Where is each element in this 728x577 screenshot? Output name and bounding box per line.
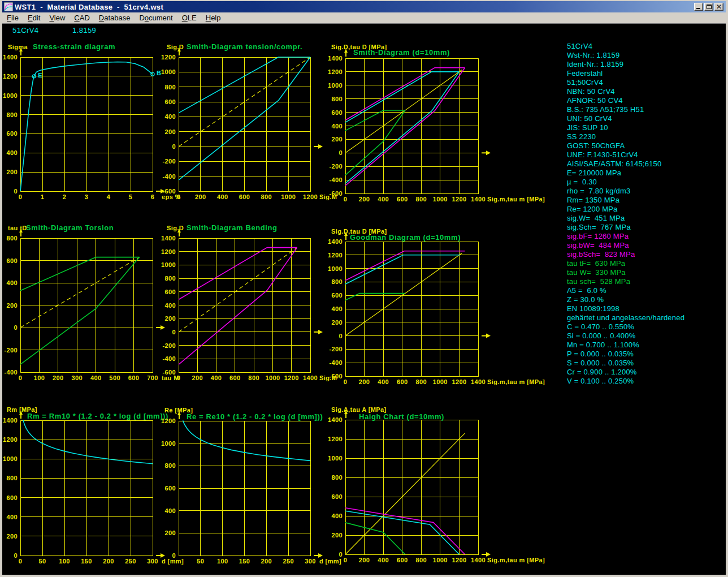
info-line: A5 = 6.0 % — [567, 286, 684, 295]
svg-text:0: 0 — [339, 551, 343, 558]
svg-text:B: B — [157, 70, 161, 76]
svg-text:400: 400 — [164, 507, 176, 514]
svg-text:600: 600 — [331, 493, 343, 500]
info-panel: 51CrV4Wst-Nr.: 1.8159Ident-Nr.: 1.8159Fe… — [567, 42, 684, 386]
svg-text:800: 800 — [248, 374, 259, 381]
svg-text:0: 0 — [172, 143, 176, 150]
svg-text:200: 200 — [331, 532, 343, 539]
maximize-button[interactable] — [704, 3, 713, 11]
svg-text:800: 800 — [164, 275, 176, 282]
y-axis-label: Sig.D,tau D [MPa] — [331, 228, 387, 235]
svg-text:0: 0 — [177, 374, 181, 381]
info-line: NBN: 50 CrV4 — [567, 87, 684, 96]
x-axis-label: eps % — [162, 193, 181, 200]
svg-text:400: 400 — [331, 123, 343, 130]
close-button[interactable]: ✕ — [714, 3, 723, 11]
svg-text:300: 300 — [147, 558, 158, 565]
maximize-icon — [707, 5, 712, 9]
svg-text:800: 800 — [416, 557, 427, 563]
chart-goodman: 0200400600800100012001400-600-400-200020… — [328, 228, 545, 385]
svg-text:200: 200 — [359, 196, 370, 203]
axis-arrows — [177, 48, 323, 149]
svg-text:1400: 1400 — [3, 417, 18, 424]
menu-ole[interactable]: OLE — [177, 13, 201, 23]
menu-edit[interactable]: Edit — [23, 13, 45, 23]
axis-arrows — [19, 411, 165, 558]
x-axis-label: Sig.m,tau m [MPa] — [487, 378, 545, 385]
axis-arrows — [344, 49, 491, 155]
svg-text:400: 400 — [164, 113, 176, 120]
info-line: tau sch= 528 MPa — [567, 277, 684, 286]
svg-text:1400: 1400 — [471, 378, 486, 385]
info-line: tau W= 330 MPa — [567, 268, 684, 277]
svg-text:1000: 1000 — [3, 92, 18, 99]
app-icon — [4, 2, 13, 11]
svg-text:1400: 1400 — [328, 238, 343, 245]
svg-text:1: 1 — [41, 193, 45, 200]
svg-text:1200: 1200 — [452, 196, 466, 203]
grid — [20, 238, 153, 372]
svg-text:1200: 1200 — [3, 436, 18, 443]
y-axis-label: tau tD — [8, 225, 27, 231]
svg-text:1000: 1000 — [328, 265, 343, 272]
menu-database[interactable]: Database — [94, 13, 135, 23]
svg-text:600: 600 — [6, 130, 18, 137]
series-mean-stress-line — [179, 248, 297, 332]
series-tension-lower — [179, 57, 310, 180]
chart-title: Smith-Diagram (d=10mm) — [353, 48, 450, 57]
svg-text:-600: -600 — [329, 373, 343, 380]
svg-text:0: 0 — [344, 196, 348, 203]
minimize-button[interactable] — [694, 3, 703, 11]
menu-cad[interactable]: CAD — [70, 13, 94, 23]
series-bending-lower — [179, 248, 297, 365]
svg-text:1200: 1200 — [328, 436, 343, 442]
svg-text:600: 600 — [239, 193, 250, 200]
svg-text:1200: 1200 — [328, 68, 343, 75]
series-torsion-lower — [20, 257, 140, 365]
series-mean-stress-line — [179, 57, 310, 147]
svg-text:200: 200 — [359, 378, 370, 385]
info-line: sig.bF= 1260 MPa — [567, 232, 684, 241]
info-line: gehärtet und angelassen/hardened — [567, 313, 684, 322]
info-line: Ident-Nr.: 1.8159 — [567, 60, 684, 69]
svg-text:600: 600 — [164, 98, 176, 105]
app-icon-image — [4, 2, 13, 11]
tick-labels: 01234560200400600800100012001400 — [3, 54, 154, 200]
info-line: 51CrV4 — [567, 42, 684, 51]
series-torsion-amplitude — [345, 523, 405, 554]
svg-text:1400: 1400 — [303, 374, 318, 381]
svg-text:250: 250 — [125, 558, 136, 565]
menu-document[interactable]: Document — [135, 13, 177, 23]
svg-text:600: 600 — [397, 378, 408, 385]
svg-text:0: 0 — [14, 552, 18, 559]
x-axis-label: Sig.m,tau m [MPa] — [487, 557, 545, 563]
charts-canvas: 01234560200400600800100012001400eps %Sig… — [0, 0, 728, 577]
svg-text:1400: 1400 — [471, 557, 486, 563]
chart-title: Rm = Rm10 * (1.2 - 0.2 * log (d [mm])) — [27, 412, 168, 420]
svg-text:-200: -200 — [329, 163, 343, 170]
chart-re-size: 50100150200250300020040060080010001200d … — [161, 407, 341, 565]
svg-text:800: 800 — [6, 235, 18, 242]
window-title: WST1 - Material Database - 51crv4.wst — [15, 3, 694, 11]
svg-text:0: 0 — [172, 329, 176, 335]
svg-text:-200: -200 — [4, 347, 18, 354]
y-axis-label: Sig.A,tau A [MPa] — [331, 406, 387, 413]
menu-help[interactable]: Help — [201, 13, 226, 23]
info-line: P = 0.000 .. 0.035% — [567, 350, 684, 359]
svg-text:400: 400 — [90, 374, 102, 381]
info-line: C = 0.470 .. 0.550% — [567, 322, 684, 331]
svg-text:200: 200 — [103, 558, 114, 565]
tick-labels: 0200400600800100012001400-600-400-200020… — [328, 55, 486, 203]
info-line: AISI/SAE/ASTM: 6145;6150 — [567, 160, 684, 169]
svg-text:800: 800 — [331, 96, 343, 102]
svg-text:200: 200 — [192, 374, 203, 381]
menu-view[interactable]: View — [45, 13, 70, 23]
minimize-icon — [696, 8, 700, 9]
series-tension-limit — [345, 255, 460, 285]
info-line: tau tF= 630 MPa — [567, 259, 684, 268]
svg-text:-400: -400 — [329, 359, 343, 366]
menu-file[interactable]: File — [2, 13, 23, 23]
svg-text:5: 5 — [129, 193, 133, 200]
y-axis-label: Rm [MPa] — [7, 406, 37, 413]
svg-text:-200: -200 — [162, 342, 176, 349]
